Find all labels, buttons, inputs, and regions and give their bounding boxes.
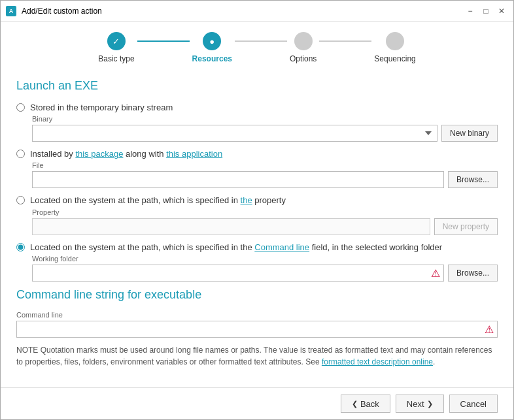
step3-label: Options	[290, 54, 317, 63]
file-input[interactable]	[32, 171, 444, 188]
step-basic-type: ✓ Basic type	[98, 32, 134, 63]
option3-field-group: Property New property	[32, 208, 498, 235]
command-line-input-container: ⚠	[16, 321, 498, 338]
window-controls: − □ ✕	[464, 5, 508, 18]
option3-row: Located on the system at the path, which…	[16, 195, 498, 206]
cancel-button[interactable]: Cancel	[449, 395, 498, 413]
option1-field-row: New binary	[32, 125, 498, 142]
option3-radio[interactable]	[16, 196, 25, 204]
new-binary-button[interactable]: New binary	[441, 125, 498, 142]
option2-field-row: Browse...	[32, 171, 498, 188]
main-window: A Add/Edit custom action − □ ✕ ✓ Basic t…	[0, 0, 514, 420]
close-button[interactable]: ✕	[495, 5, 508, 18]
working-folder-input-container: ⚠	[32, 265, 444, 282]
minimize-button[interactable]: −	[464, 5, 477, 18]
option3-label[interactable]: Located on the system at the path, which…	[30, 195, 286, 206]
command-warn-icon: ⚠	[485, 323, 494, 335]
step-resources: ● Resources	[192, 32, 232, 63]
step2-label: Resources	[192, 54, 232, 63]
main-content: Launch an EXE Stored in the temporary bi…	[1, 69, 513, 387]
option1-radio[interactable]	[16, 103, 25, 112]
option4-field-row: ⚠ Browse...	[32, 265, 498, 282]
back-label: Back	[360, 399, 379, 409]
option3-field-label: Property	[32, 208, 498, 216]
command-line-input[interactable]	[16, 321, 498, 338]
option4-label[interactable]: Located on the system at the path, which…	[30, 242, 442, 253]
option4-field-group: Working folder ⚠ Browse...	[32, 255, 498, 282]
step4-circle	[386, 32, 404, 50]
step-sequencing: Sequencing	[374, 32, 415, 63]
option4-field-label: Working folder	[32, 255, 498, 263]
command-section-title: Command line string for executable	[16, 288, 498, 302]
command-line-row: ⚠	[16, 321, 498, 338]
steps-container: ✓ Basic type ● Resources Options Sequenc…	[98, 32, 415, 63]
option1-label[interactable]: Stored in the temporary binary stream	[30, 102, 173, 114]
wizard-steps: ✓ Basic type ● Resources Options Sequenc…	[1, 22, 513, 69]
warning-icon: ⚠	[431, 267, 440, 279]
option4-group: Located on the system at the path, which…	[16, 242, 498, 282]
option2-group: Installed by this package along with thi…	[16, 148, 498, 188]
step2-circle: ●	[203, 32, 221, 50]
window-title: Add/Edit custom action	[22, 7, 464, 16]
back-arrow-icon: ❮	[352, 400, 358, 408]
binary-select[interactable]	[32, 125, 437, 142]
command-line-label: Command line	[16, 311, 498, 319]
next-arrow-icon: ❯	[427, 400, 433, 408]
step1-label: Basic type	[98, 54, 134, 63]
step-line-1	[137, 40, 190, 42]
option2-row: Installed by this package along with thi…	[16, 148, 498, 160]
option2-field-group: File Browse...	[32, 161, 498, 188]
title-bar: A Add/Edit custom action − □ ✕	[1, 1, 513, 22]
footer: ❮ Back Next ❯ Cancel	[1, 387, 513, 419]
step4-label: Sequencing	[374, 54, 415, 63]
option4-row: Located on the system at the path, which…	[16, 242, 498, 253]
next-button[interactable]: Next ❯	[396, 395, 444, 413]
note-text: NOTE Quotation marks must be used around…	[16, 344, 498, 368]
step-line-2	[235, 40, 287, 42]
option1-row: Stored in the temporary binary stream	[16, 102, 498, 114]
section-title: Launch an EXE	[16, 79, 498, 93]
step-line-3	[319, 40, 371, 42]
file-browse-button[interactable]: Browse...	[448, 171, 498, 188]
option3-field-row: New property	[32, 218, 498, 235]
option1-field-group: Binary New binary	[32, 115, 498, 142]
note-link[interactable]: formatted text description online	[322, 357, 433, 366]
option4-radio[interactable]	[16, 243, 25, 251]
step-options: Options	[290, 32, 317, 63]
step3-circle	[294, 32, 313, 50]
option2-radio[interactable]	[16, 150, 25, 158]
option2-field-label: File	[32, 161, 498, 169]
note-suffix: .	[433, 357, 435, 366]
new-property-button[interactable]: New property	[434, 218, 498, 235]
option1-field-label: Binary	[32, 115, 498, 123]
next-label: Next	[407, 399, 424, 409]
app-icon: A	[6, 6, 16, 16]
option1-group: Stored in the temporary binary stream Bi…	[16, 102, 498, 142]
back-button[interactable]: ❮ Back	[341, 395, 390, 413]
option2-label[interactable]: Installed by this package along with thi…	[30, 148, 222, 160]
svg-text:A: A	[9, 8, 14, 14]
working-folder-input[interactable]	[32, 265, 444, 282]
maximize-button[interactable]: □	[479, 5, 492, 18]
step1-circle: ✓	[107, 32, 126, 50]
working-folder-browse-button[interactable]: Browse...	[448, 265, 498, 282]
property-select[interactable]	[32, 218, 430, 235]
option3-group: Located on the system at the path, which…	[16, 195, 498, 234]
